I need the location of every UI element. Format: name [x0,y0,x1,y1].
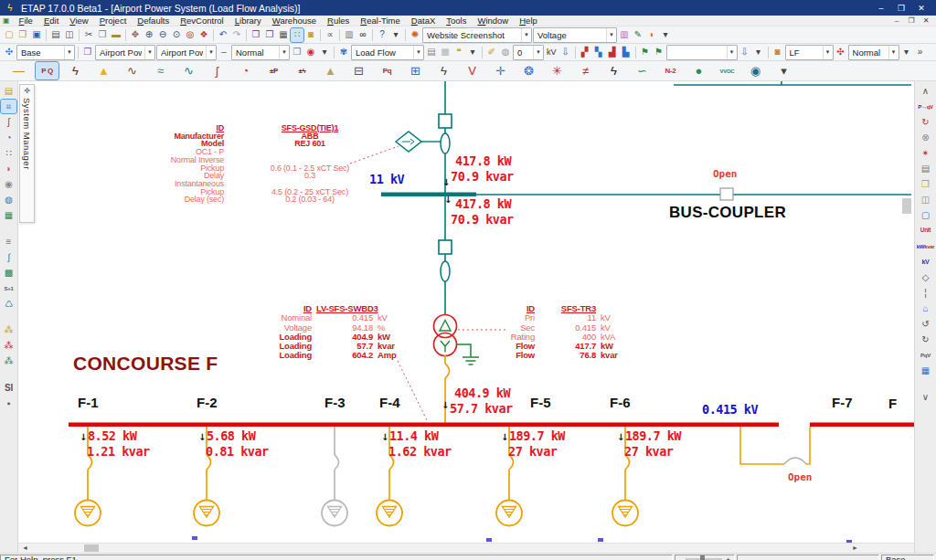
od-copy-icon[interactable]: ❐ [291,46,303,59]
od-display-icon[interactable]: ◉ [304,46,317,59]
copy-icon[interactable]: ❐ [96,28,109,42]
result-compare-icon[interactable]: ⁂ [1,354,16,368]
undo-icon[interactable]: ↶ [217,28,229,42]
control-schematic-icon[interactable]: ∫ [1,250,16,264]
check-run-icon[interactable]: ⚑ [639,46,652,59]
display-mode-combo[interactable]: Voltage▼ [533,27,617,43]
help-icon[interactable]: ? [376,28,388,42]
print-compare-icon[interactable]: ◫ [917,193,934,206]
transformer-sfs-tr3[interactable] [434,315,457,356]
base-compare-icon[interactable]: ⁂ [1,323,16,337]
lumped-load-symbol[interactable] [194,501,219,526]
menu-revcontrol[interactable]: RevControl [175,16,229,26]
one-line-diagram-icon[interactable]: ⌗ [1,100,16,113]
study-mode-combo[interactable]: Load Flow▼ [351,45,424,60]
star-coordination-icon[interactable]: ʃ [206,62,229,79]
star-view-icon[interactable]: ʃ [1,115,16,129]
zoom-previous-icon[interactable]: ◎ [184,28,197,42]
panel-systems-icon[interactable]: ◔ [234,62,257,79]
rotate-icon[interactable]: ↻ [917,115,934,129]
dashboard-icon[interactable]: ◍ [1,193,16,206]
close-presentation-icon[interactable]: ⊗ [917,131,934,144]
emission-icon[interactable]: ● [687,62,710,79]
machine-icon-2[interactable]: ▚ [592,46,605,59]
transformer-info-block[interactable]: IDSFS-TR3Pri11kVSec0.415kVRating400kVAFl… [475,304,629,361]
menu-file[interactable]: File [14,16,38,26]
system-manager-tab[interactable]: ✜ System Manager [19,84,35,223]
format-painter-icon[interactable]: ✎ [632,28,644,42]
report-manager-icon[interactable]: ▤ [917,162,934,175]
scenario-icon[interactable]: ✣ [3,46,16,59]
revision-combo[interactable]: Airport Power S▼ [95,45,155,60]
feeder-label-F-6[interactable]: F-6 [610,395,631,410]
lumped-load-symbol[interactable] [377,501,402,526]
pan-icon[interactable]: ✥ [129,28,142,42]
device-icon[interactable]: ◇ [917,270,934,284]
lv-breaker-symbol[interactable] [439,240,452,254]
zoom-fit-icon[interactable]: ❖ [197,28,210,42]
machine-icon-3[interactable]: ▟ [606,46,619,59]
menu-library[interactable]: Library [229,16,267,26]
sync-db2-icon[interactable]: ↻ [917,333,934,346]
save-icon[interactable]: ▣ [30,28,43,42]
study-case-combo[interactable]: LF▼ [785,45,834,60]
menu-help[interactable]: Help [514,16,543,26]
zoom-out-button[interactable]: - [679,555,682,560]
menu-rules[interactable]: Rules [322,16,355,26]
horizontal-scrollbar[interactable]: ◄ ► [18,543,914,553]
gradient-display-icon[interactable]: ▥ [618,28,631,42]
kw-kvar-display-icon[interactable]: kWkvar [917,239,934,253]
overflow-icon[interactable]: ▾ [318,46,331,59]
dc-short-circuit-icon[interactable]: ϟ [432,62,455,79]
current-transformer-symbol-2[interactable] [441,261,450,281]
optimal-capacitor-icon[interactable]: ≠ [574,62,597,79]
reliability-assessment-icon[interactable]: ✳ [546,62,569,79]
relay-info-block[interactable]: IDSFS-GSD(TIE)1ManufacturerABBModelREJ 6… [126,124,391,204]
contingency-n2-icon[interactable]: N-2 [659,62,682,79]
display-monitor-icon[interactable]: ▢ [917,208,934,222]
transient-stability-icon[interactable]: ∿ [177,62,200,79]
overflow-icon[interactable]: ▾ [659,28,672,42]
horizontal-scrollbar-thumb[interactable] [84,544,99,552]
fuse-symbol[interactable] [335,455,339,470]
menu-defaults[interactable]: Defaults [132,16,175,26]
status-pen-icon[interactable]: – [218,46,230,59]
unbalanced-load-flow-icon[interactable]: ±P [262,62,285,79]
etap-web-icon[interactable]: ◉ [744,62,767,79]
screenshot-combo[interactable]: Website Screenshot▼ [422,27,532,43]
battery-discharge-icon[interactable]: ⊟ [347,62,370,79]
hyperlink-icon[interactable]: ∝ [324,28,336,42]
dumpster-icon[interactable]: ♺ [1,297,16,311]
zoom-slider-thumb[interactable] [700,555,705,560]
menu-view[interactable]: View [64,16,93,26]
study-gear-icon[interactable]: ✾ [337,46,350,59]
lumped-load-symbol[interactable] [612,501,638,526]
new-icon[interactable]: ▢ [3,28,16,42]
revision-compare-icon[interactable]: ⁂ [1,339,16,353]
vertical-scrollbar-thumb[interactable] [902,198,911,214]
print-icon[interactable]: ▤ [49,28,62,42]
status-combo[interactable]: Normal▼ [231,45,290,60]
map-icon[interactable]: ▩ [1,266,16,280]
protractor-icon[interactable]: ◔ [1,131,16,144]
zoom-slider-panel[interactable]: - + [675,555,735,560]
machine-icon-4[interactable]: ▙ [620,46,633,59]
window-new-icon[interactable]: ❒ [250,28,262,42]
motor-acceleration-icon[interactable]: ∿ [121,62,144,79]
kv-display-icon[interactable]: kV [917,255,934,269]
swbd-info-block[interactable]: IDLV-SFS-SWBD3Nominal0.415kVVoltage94.18… [236,304,406,361]
one-line-diagram-canvas[interactable]: IDSFS-GSD(TIE)1ManufacturerABBModelREJ 6… [18,81,914,553]
paste-icon[interactable]: ▬ [110,28,122,42]
cable-schedule-icon[interactable]: ≡ [1,235,16,248]
revision-icon[interactable]: ❒ [81,46,94,59]
pqv-flow-icon[interactable]: PqV [917,348,934,362]
maximize-button[interactable]: ❐ [891,4,911,13]
menu-warehouse[interactable]: Warehouse [267,16,322,26]
block-icon[interactable]: ▩ [439,46,452,59]
more-buttons-icon[interactable]: » [914,46,927,59]
push-icon[interactable]: ⇩ [739,46,751,59]
dc-load-flow-icon[interactable]: Pq [376,62,399,79]
display-options-icon[interactable]: ∷ [291,28,303,42]
contingency-icon[interactable]: ✣ [835,46,847,59]
optimal-power-flow-icon[interactable]: ❂ [517,62,540,79]
